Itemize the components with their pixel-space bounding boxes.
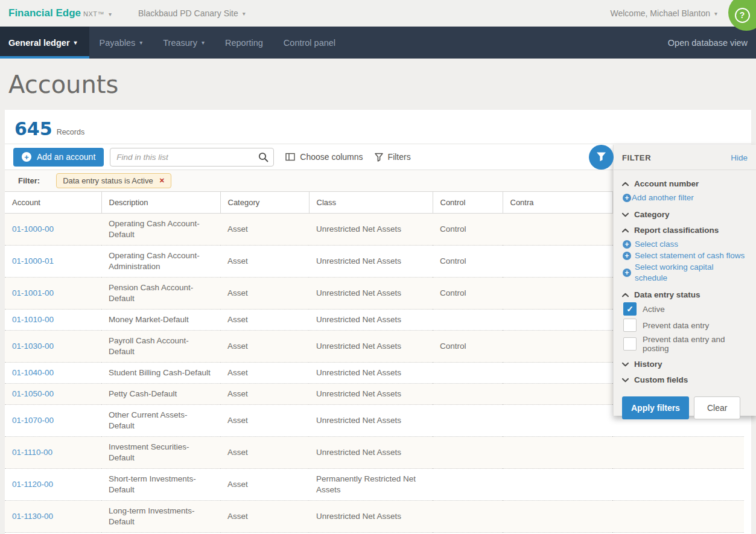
brand-logo[interactable]: Financial Edge NXT™ ▾	[8, 7, 112, 19]
cell-control	[433, 405, 503, 437]
records-label: Records	[57, 128, 85, 136]
nav-item-control-panel[interactable]: Control panel	[273, 27, 346, 59]
filter-section-toggle-data-entry-status[interactable]: Data entry status	[622, 290, 748, 299]
filter-section-toggle-account-number[interactable]: Account number	[622, 179, 748, 188]
filter-link-label: Select statement of cash flows	[635, 250, 745, 261]
filter-section-history: History	[622, 360, 748, 369]
cell-class: Unrestricted Net Assets	[309, 278, 433, 310]
account-link[interactable]: 01-1120-00	[12, 480, 53, 489]
nav-item-reporting[interactable]: Reporting	[215, 27, 273, 59]
checkbox-active[interactable]: ✓Active	[623, 302, 748, 316]
cell-class: Unrestricted Net Assets	[309, 331, 433, 363]
user-menu[interactable]: Welcome, Michael Blanton ▾	[610, 8, 717, 18]
column-header-class[interactable]: Class	[309, 192, 433, 214]
apply-filters-button[interactable]: Apply filters	[622, 396, 689, 419]
filter-panel-title: FILTER	[622, 153, 651, 162]
filter-bar-label: Filter:	[18, 176, 40, 185]
open-database-view-link[interactable]: Open database view	[668, 27, 748, 59]
filter-link-select-working-capital-schedule[interactable]: +Select working capital schedule	[623, 262, 748, 284]
filter-section-report-classifications: Report classifications+Select class+Sele…	[622, 226, 748, 284]
filter-section-toggle-history[interactable]: History	[622, 360, 748, 369]
checkbox-label: Active	[643, 305, 665, 314]
cell-description: Long-term Investments-Default	[101, 501, 220, 533]
add-account-button[interactable]: + Add an account	[13, 148, 104, 167]
cell-control: Control	[433, 214, 503, 246]
filter-panel: FILTER Hide Account number+Add another f…	[613, 145, 756, 416]
filter-link-label: Add another filter	[632, 192, 694, 203]
clear-filters-button[interactable]: Clear	[694, 396, 740, 419]
cell-class: Unrestricted Net Assets	[309, 363, 433, 384]
column-header-account[interactable]: Account	[5, 192, 101, 214]
cell-category: Asset	[220, 363, 309, 384]
search-icon[interactable]	[258, 152, 268, 165]
nav-item-payables[interactable]: Payables▾	[89, 27, 153, 59]
cell-contra	[503, 331, 612, 363]
filters-button[interactable]: Filters	[375, 152, 411, 162]
chevron-down-icon: ▾	[139, 39, 142, 46]
cell-description: Other Current Assets-Default	[101, 405, 220, 437]
table-row: 01-1110-00Investment Securities-DefaultA…	[5, 437, 744, 469]
filters-label: Filters	[388, 152, 411, 162]
cell-class: Unrestricted Net Assets	[309, 214, 433, 246]
cell-class: Unrestricted Net Assets	[309, 437, 433, 469]
account-link[interactable]: 01-1030-00	[12, 342, 54, 351]
filter-section-label: Account number	[634, 179, 699, 188]
checkbox-checked-icon[interactable]: ✓	[623, 302, 637, 316]
hide-filter-panel-link[interactable]: Hide	[731, 153, 748, 162]
account-link[interactable]: 01-1001-00	[12, 288, 54, 297]
account-link[interactable]: 01-1130-00	[12, 512, 53, 521]
chevron-up-icon	[622, 228, 629, 233]
site-selector[interactable]: Blackbaud PD Canary Site ▾	[138, 8, 246, 18]
filter-chip-text: Data entry status is Active	[63, 176, 153, 185]
cell-category: Asset	[220, 384, 309, 405]
checkbox-prevent-data-entry-and-posting[interactable]: Prevent data entry and posting	[623, 335, 748, 353]
filter-link-select-statement-of-cash-flows[interactable]: +Select statement of cash flows	[623, 250, 748, 261]
column-header-contra[interactable]: Contra	[503, 192, 612, 214]
filter-section-toggle-report-classifications[interactable]: Report classifications	[622, 226, 748, 235]
cell-description: Student Billing Cash-Default	[101, 363, 220, 384]
help-button[interactable]: ?	[728, 0, 756, 31]
account-link[interactable]: 01-1040-00	[12, 368, 54, 377]
checkbox-unchecked[interactable]	[623, 337, 637, 351]
nav-item-label: Control panel	[284, 38, 335, 48]
filter-section-category: Category	[622, 210, 748, 219]
column-header-description[interactable]: Description	[101, 192, 220, 214]
account-link[interactable]: 01-1010-00	[12, 315, 54, 324]
nav-item-treasury[interactable]: Treasury▾	[153, 27, 215, 59]
cell-spacer	[612, 501, 744, 533]
filter-chip: Data entry status is Active✕	[56, 173, 171, 188]
account-link[interactable]: 01-1070-00	[12, 416, 54, 425]
nav-item-label: Reporting	[225, 38, 263, 48]
table-row: 01-1130-00Long-term Investments-DefaultA…	[5, 501, 744, 533]
column-header-control[interactable]: Control	[433, 192, 503, 214]
cell-contra	[503, 363, 612, 384]
filter-section-label: Custom fields	[634, 375, 688, 384]
account-link[interactable]: 01-1000-01	[12, 256, 54, 265]
choose-columns-button[interactable]: Choose columns	[285, 152, 363, 162]
filter-panel-toggle-button[interactable]	[589, 145, 614, 170]
filter-section-toggle-category[interactable]: Category	[622, 210, 748, 219]
account-link[interactable]: 01-1050-00	[12, 389, 54, 398]
cell-control: Control	[433, 246, 503, 278]
cell-account: 01-1001-00	[5, 278, 101, 310]
chevron-down-icon	[622, 362, 629, 367]
column-header-category[interactable]: Category	[220, 192, 309, 214]
funnel-icon	[375, 153, 383, 162]
search-input[interactable]	[110, 148, 274, 167]
filter-section-toggle-custom-fields[interactable]: Custom fields	[622, 375, 748, 384]
cell-category: Asset	[220, 278, 309, 310]
checkbox-unchecked[interactable]	[623, 319, 637, 332]
checkbox-prevent-data-entry[interactable]: Prevent data entry	[623, 319, 748, 332]
records-count: 645	[14, 120, 52, 138]
title-band: Accounts	[0, 59, 756, 110]
filter-link-add-another-filter[interactable]: +Add another filter	[623, 192, 748, 203]
filter-link-select-class[interactable]: +Select class	[623, 239, 748, 250]
account-link[interactable]: 01-1110-00	[12, 448, 52, 457]
remove-filter-icon[interactable]: ✕	[159, 177, 165, 185]
cell-description: Short-term Investments-Default	[101, 469, 220, 501]
nav-item-general-ledger[interactable]: General ledger▾	[0, 27, 89, 59]
chevron-up-icon	[622, 293, 629, 297]
cell-contra	[503, 214, 612, 246]
cell-category: Asset	[220, 501, 309, 533]
account-link[interactable]: 01-1000-00	[12, 224, 54, 234]
